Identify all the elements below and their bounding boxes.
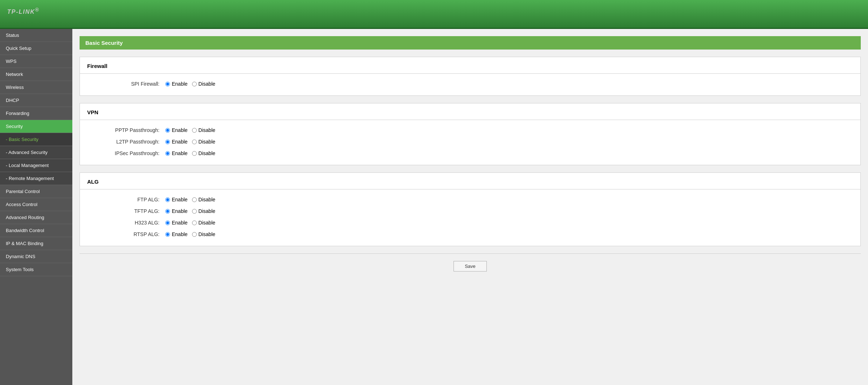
radio-label-h323-alg-disable: Disable bbox=[199, 220, 216, 226]
radio-ipsec-passthrough-enable[interactable] bbox=[165, 151, 170, 156]
radio-label-spi-firewall-disable: Disable bbox=[199, 81, 216, 87]
section-title-alg: ALG bbox=[80, 179, 860, 189]
radio-tftp-alg-disable[interactable] bbox=[192, 209, 197, 214]
radio-l2tp-passthrough-disable[interactable] bbox=[192, 140, 197, 144]
radio-group-pptp-passthrough: EnableDisable bbox=[165, 127, 215, 133]
sidebar-item-status[interactable]: Status bbox=[0, 29, 72, 42]
radio-label-tftp-alg-enable: Enable bbox=[172, 208, 188, 214]
sidebar-item-parental-control[interactable]: Parental Control bbox=[0, 185, 72, 198]
sidebar-item-security[interactable]: Security bbox=[0, 120, 72, 133]
radio-h323-alg-enable[interactable] bbox=[165, 221, 170, 225]
radio-option-ipsec-passthrough-enable[interactable]: Enable bbox=[165, 150, 188, 156]
radio-spi-firewall-disable[interactable] bbox=[192, 82, 197, 86]
radio-label-ftp-alg-enable: Enable bbox=[172, 197, 188, 202]
radio-label-h323-alg-enable: Enable bbox=[172, 220, 188, 226]
form-row-l2tp-passthrough: L2TP Passthrough:EnableDisable bbox=[80, 136, 860, 147]
radio-l2tp-passthrough-enable[interactable] bbox=[165, 140, 170, 144]
radio-group-tftp-alg: EnableDisable bbox=[165, 208, 215, 214]
radio-tftp-alg-enable[interactable] bbox=[165, 209, 170, 214]
radio-group-ipsec-passthrough: EnableDisable bbox=[165, 150, 215, 156]
label-h323-alg: H323 ALG: bbox=[87, 220, 159, 226]
label-spi-firewall: SPI Firewall: bbox=[87, 81, 159, 87]
sections-container: FirewallSPI Firewall:EnableDisableVPNPPT… bbox=[80, 57, 861, 246]
sidebar-item-bandwidth-control[interactable]: Bandwidth Control bbox=[0, 224, 72, 237]
section-alg: ALGFTP ALG:EnableDisableTFTP ALG:EnableD… bbox=[80, 172, 861, 246]
form-row-ipsec-passthrough: IPSec Passthrough:EnableDisable bbox=[80, 147, 860, 159]
radio-option-ftp-alg-enable[interactable]: Enable bbox=[165, 197, 188, 202]
sidebar-item-access-control[interactable]: Access Control bbox=[0, 198, 72, 211]
radio-option-ipsec-passthrough-disable[interactable]: Disable bbox=[192, 150, 216, 156]
header: TP-LINK® bbox=[0, 0, 868, 29]
main-content: Basic Security FirewallSPI Firewall:Enab… bbox=[72, 29, 868, 385]
radio-label-spi-firewall-enable: Enable bbox=[172, 81, 188, 87]
form-row-ftp-alg: FTP ALG:EnableDisable bbox=[80, 194, 860, 205]
radio-option-l2tp-passthrough-disable[interactable]: Disable bbox=[192, 139, 216, 145]
sidebar-item-advanced-security[interactable]: - Advanced Security bbox=[0, 146, 72, 159]
label-l2tp-passthrough: L2TP Passthrough: bbox=[87, 139, 159, 145]
radio-rtsp-alg-disable[interactable] bbox=[192, 232, 197, 237]
label-ftp-alg: FTP ALG: bbox=[87, 197, 159, 202]
sidebar-item-network[interactable]: Network bbox=[0, 68, 72, 81]
radio-option-l2tp-passthrough-enable[interactable]: Enable bbox=[165, 139, 188, 145]
radio-pptp-passthrough-disable[interactable] bbox=[192, 128, 197, 133]
sidebar-item-ip-mac-binding[interactable]: IP & MAC Binding bbox=[0, 237, 72, 250]
logo: TP-LINK® bbox=[7, 7, 39, 21]
radio-option-rtsp-alg-enable[interactable]: Enable bbox=[165, 231, 188, 237]
section-firewall: FirewallSPI Firewall:EnableDisable bbox=[80, 57, 861, 96]
sidebar-item-dhcp[interactable]: DHCP bbox=[0, 94, 72, 107]
radio-option-ftp-alg-disable[interactable]: Disable bbox=[192, 197, 216, 202]
label-ipsec-passthrough: IPSec Passthrough: bbox=[87, 150, 159, 156]
radio-label-ftp-alg-disable: Disable bbox=[199, 197, 216, 202]
radio-option-rtsp-alg-disable[interactable]: Disable bbox=[192, 231, 216, 237]
radio-option-tftp-alg-enable[interactable]: Enable bbox=[165, 208, 188, 214]
radio-label-pptp-passthrough-enable: Enable bbox=[172, 127, 188, 133]
sidebar-item-remote-management[interactable]: - Remote Management bbox=[0, 172, 72, 185]
form-row-tftp-alg: TFTP ALG:EnableDisable bbox=[80, 205, 860, 217]
sidebar-item-quick-setup[interactable]: Quick Setup bbox=[0, 42, 72, 55]
form-row-pptp-passthrough: PPTP Passthrough:EnableDisable bbox=[80, 124, 860, 136]
radio-label-tftp-alg-disable: Disable bbox=[199, 208, 216, 214]
radio-option-spi-firewall-disable[interactable]: Disable bbox=[192, 81, 216, 87]
sidebar-item-dynamic-dns[interactable]: Dynamic DNS bbox=[0, 250, 72, 263]
sidebar-item-advanced-routing[interactable]: Advanced Routing bbox=[0, 211, 72, 224]
sidebar-item-system-tools[interactable]: System Tools bbox=[0, 263, 72, 276]
label-tftp-alg: TFTP ALG: bbox=[87, 208, 159, 214]
form-row-rtsp-alg: RTSP ALG:EnableDisable bbox=[80, 228, 860, 240]
radio-ftp-alg-enable[interactable] bbox=[165, 197, 170, 202]
radio-ftp-alg-disable[interactable] bbox=[192, 197, 197, 202]
layout: StatusQuick SetupWPSNetworkWirelessDHCPF… bbox=[0, 29, 868, 385]
radio-label-l2tp-passthrough-disable: Disable bbox=[199, 139, 216, 145]
radio-pptp-passthrough-enable[interactable] bbox=[165, 128, 170, 133]
save-button[interactable]: Save bbox=[454, 261, 487, 271]
section-title-firewall: Firewall bbox=[80, 63, 860, 74]
form-row-spi-firewall: SPI Firewall:EnableDisable bbox=[80, 78, 860, 90]
section-vpn: VPNPPTP Passthrough:EnableDisableL2TP Pa… bbox=[80, 103, 861, 165]
radio-label-ipsec-passthrough-disable: Disable bbox=[199, 150, 216, 156]
radio-option-spi-firewall-enable[interactable]: Enable bbox=[165, 81, 188, 87]
radio-label-l2tp-passthrough-enable: Enable bbox=[172, 139, 188, 145]
page-title: Basic Security bbox=[80, 36, 861, 50]
radio-h323-alg-disable[interactable] bbox=[192, 221, 197, 225]
radio-label-rtsp-alg-disable: Disable bbox=[199, 231, 216, 237]
label-rtsp-alg: RTSP ALG: bbox=[87, 231, 159, 237]
radio-option-pptp-passthrough-disable[interactable]: Disable bbox=[192, 127, 216, 133]
radio-rtsp-alg-enable[interactable] bbox=[165, 232, 170, 237]
radio-label-pptp-passthrough-disable: Disable bbox=[199, 127, 216, 133]
radio-option-h323-alg-disable[interactable]: Disable bbox=[192, 220, 216, 226]
radio-label-ipsec-passthrough-enable: Enable bbox=[172, 150, 188, 156]
label-pptp-passthrough: PPTP Passthrough: bbox=[87, 127, 159, 133]
radio-spi-firewall-enable[interactable] bbox=[165, 82, 170, 86]
radio-ipsec-passthrough-disable[interactable] bbox=[192, 151, 197, 156]
sidebar-item-forwarding[interactable]: Forwarding bbox=[0, 107, 72, 120]
radio-option-tftp-alg-disable[interactable]: Disable bbox=[192, 208, 216, 214]
save-area: Save bbox=[80, 253, 861, 279]
sidebar-item-local-management[interactable]: - Local Management bbox=[0, 159, 72, 172]
sidebar: StatusQuick SetupWPSNetworkWirelessDHCPF… bbox=[0, 29, 72, 385]
radio-group-h323-alg: EnableDisable bbox=[165, 220, 215, 226]
section-title-vpn: VPN bbox=[80, 109, 860, 120]
sidebar-item-wireless[interactable]: Wireless bbox=[0, 81, 72, 94]
radio-option-h323-alg-enable[interactable]: Enable bbox=[165, 220, 188, 226]
sidebar-item-basic-security[interactable]: - Basic Security bbox=[0, 133, 72, 146]
sidebar-item-wps[interactable]: WPS bbox=[0, 55, 72, 68]
radio-option-pptp-passthrough-enable[interactable]: Enable bbox=[165, 127, 188, 133]
